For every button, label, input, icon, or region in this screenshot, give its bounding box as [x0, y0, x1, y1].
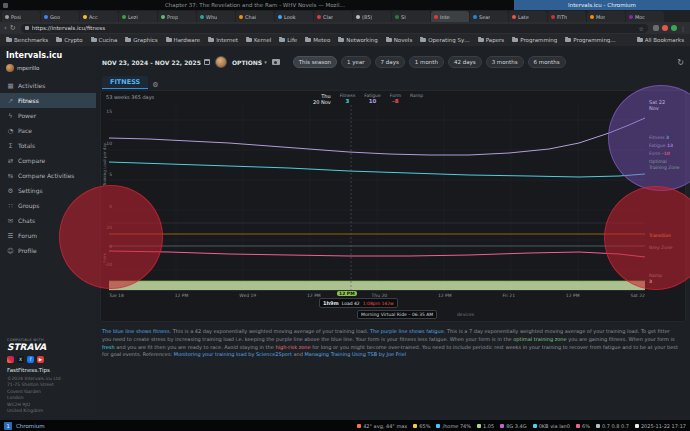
account-avatar-icon[interactable]	[671, 25, 677, 31]
bookmark-folder[interactable]: Benchmarks	[6, 37, 48, 43]
bookmark-folder[interactable]: Crypto	[56, 37, 82, 43]
bookmark-folder[interactable]: Networking	[338, 37, 377, 43]
bookmark-folder[interactable]: Programming…	[565, 37, 616, 43]
bookmark-folder[interactable]: Internet	[208, 37, 238, 43]
browser-menu-icon[interactable]: ⋮	[680, 25, 686, 32]
browser-tab[interactable]: Lezi	[119, 11, 157, 22]
sidebar-item[interactable]: ⚙ Settings	[0, 183, 96, 198]
browser-tab[interactable]: Look	[275, 11, 313, 22]
date-range-button[interactable]: NOV 23, 2024 - NOV 22, 2025	[102, 59, 210, 66]
x-icon[interactable]: X	[17, 356, 24, 363]
sidebar-item[interactable]: ⇆ Compare Activities	[0, 168, 96, 183]
sidebar-item[interactable]: Σ Totals	[0, 138, 96, 153]
sidebar-item[interactable]: ϟ Power	[0, 108, 96, 123]
description-segment[interactable]: Monitoring your training load by Science…	[174, 351, 292, 357]
profile-avatar-icon[interactable]	[662, 25, 668, 31]
bookmark-folder[interactable]: Kernel	[246, 37, 271, 43]
browser-tab[interactable]: Late	[509, 11, 547, 22]
fastfitness-link[interactable]: FastFitness.Tips	[7, 367, 93, 373]
options-dropdown[interactable]: OPTIONS ▾	[232, 59, 267, 66]
url-text[interactable]: https://intervals.icu/fitness	[32, 25, 636, 31]
athlete-avatar[interactable]	[215, 56, 227, 68]
app-logo[interactable]: Intervals.icu	[0, 46, 96, 62]
range-button[interactable]: 7 days	[375, 56, 405, 68]
range-button[interactable]: 42 days	[448, 56, 482, 68]
bookmark-folder[interactable]: Operating Sy…	[420, 37, 470, 43]
description-segment[interactable]: The blue line shows fitness	[102, 328, 170, 334]
user-avatar[interactable]	[6, 64, 14, 72]
reload-icon[interactable]: ↻	[10, 25, 16, 32]
description-segment[interactable]: high-risk zone	[275, 344, 310, 350]
status-text: 42° avg, 44° max	[363, 423, 407, 429]
tab-label: Acc	[89, 14, 98, 20]
browser-tab[interactable]: Prop	[158, 11, 196, 22]
sidebar-item[interactable]: ↗ Fitness	[0, 93, 96, 108]
browser-tab[interactable]: Mor	[587, 11, 625, 22]
x-axis-tick: Tue 18	[109, 293, 124, 298]
tab-favicon-icon	[239, 15, 243, 19]
y-axis-tick: 0	[103, 244, 112, 249]
folder-icon	[125, 38, 131, 42]
range-button[interactable]: This season	[293, 56, 337, 68]
site-info-icon[interactable]	[25, 26, 29, 30]
facebook-icon[interactable]: f	[27, 356, 34, 363]
fitness-plot[interactable]	[109, 105, 645, 291]
browser-tab[interactable]: Chai	[236, 11, 274, 22]
sidebar-item[interactable]: ⇄ Compare	[0, 153, 96, 168]
tab-fitness[interactable]: FITNESS	[102, 76, 148, 89]
browser-tab[interactable]: Goo	[41, 11, 79, 22]
all-bookmarks-button[interactable]: All Bookmarks	[637, 37, 684, 43]
bookmark-folder[interactable]: Graphics	[125, 37, 157, 43]
address-bar[interactable]: https://intervals.icu/fitness ☆	[21, 24, 648, 33]
browser-tab[interactable]: (85)	[353, 11, 391, 22]
browser-tab[interactable]: Sear	[470, 11, 508, 22]
sidebar-item[interactable]: ☰ Forum	[0, 228, 96, 243]
range-button[interactable]: 1 month	[409, 56, 444, 68]
strava-logo[interactable]: STRAVA	[7, 342, 93, 352]
sidebar-item-icon: ◔	[7, 127, 14, 135]
sidebar-item[interactable]: ◔ Pace	[0, 123, 96, 138]
range-button[interactable]: 6 months	[528, 56, 566, 68]
browser-tab[interactable]: Posi	[2, 11, 40, 22]
range-button[interactable]: 3 months	[486, 56, 524, 68]
workspace-badge[interactable]: 1	[4, 422, 12, 430]
bookmark-folder[interactable]: Life	[279, 37, 297, 43]
camera-icon[interactable]	[272, 59, 280, 65]
description-segment[interactable]: Managing Training Using TSB by Joe Friel	[305, 351, 407, 357]
user-row[interactable]: mperillo	[0, 62, 96, 74]
sidebar-item[interactable]: ✉ Chats	[0, 213, 96, 228]
tooltip-time-power: 1:08pm 142w	[363, 301, 394, 306]
description-segment[interactable]: The purple line shows fatigue	[370, 328, 444, 334]
browser-tab[interactable]: Inte	[431, 11, 469, 22]
bookmark-folder[interactable]: Papers	[478, 37, 504, 43]
active-window-title[interactable]: Intervals.icu - Chromium	[514, 0, 690, 10]
bookmark-folder[interactable]: Novels	[386, 37, 413, 43]
range-button[interactable]: 1 year	[341, 56, 371, 68]
sidebar-item[interactable]: ☺ Profile	[0, 243, 96, 258]
browser-tab[interactable]: Moc	[626, 11, 664, 22]
bookmark-folder[interactable]: Cucina	[91, 37, 118, 43]
back-icon[interactable]: ‹	[4, 25, 7, 32]
instagram-icon[interactable]	[7, 356, 14, 363]
browser-tab[interactable]: Whu	[197, 11, 235, 22]
bookmark-folder[interactable]: Meteo	[305, 37, 330, 43]
browser-tab[interactable]: Clar	[314, 11, 352, 22]
refresh-icon[interactable]: ↻	[677, 58, 684, 67]
browser-tab[interactable]: FiTh	[548, 11, 586, 22]
gear-icon[interactable]: ⚙	[152, 81, 158, 89]
bookmark-star-icon[interactable]: ☆	[639, 25, 644, 32]
devices-label: devices	[457, 312, 474, 317]
sidebar-item[interactable]: ▦ Activities	[0, 78, 96, 93]
sidebar-item[interactable]: ∷ Groups	[0, 198, 96, 213]
browser-tab[interactable]: SI	[392, 11, 430, 22]
tab-label: SI	[401, 14, 406, 20]
tab-favicon-icon	[83, 15, 87, 19]
description-segment[interactable]: optimal training zone	[513, 336, 566, 342]
youtube-icon[interactable]: ▶	[37, 356, 44, 363]
browser-tab[interactable]: Acc	[80, 11, 118, 22]
bookmark-folder[interactable]: Programming	[512, 37, 557, 43]
status-item: 8G 3.4G	[500, 423, 526, 429]
bookmark-folder[interactable]: Hardware	[166, 37, 201, 43]
extensions-icon[interactable]	[653, 25, 659, 31]
description-segment[interactable]: fresh	[102, 344, 115, 350]
